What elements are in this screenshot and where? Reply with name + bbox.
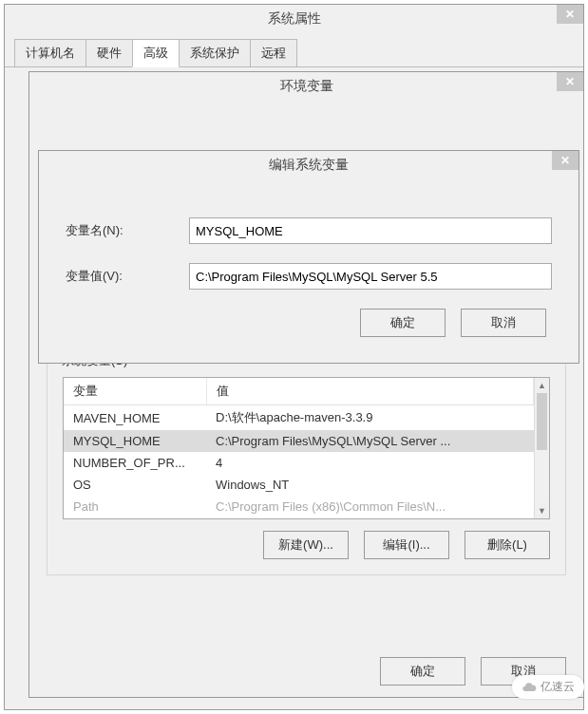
edit-ok-button[interactable]: 确定 <box>360 309 446 337</box>
close-icon[interactable] <box>552 151 579 170</box>
scroll-up-icon[interactable]: ▲ <box>535 378 549 393</box>
system-properties-tabs: 计算机名 硬件 高级 系统保护 远程 <box>5 33 583 67</box>
cell-value: D:\软件\apache-maven-3.3.9 <box>206 405 534 431</box>
scroll-down-icon[interactable]: ▼ <box>535 503 549 518</box>
table-row[interactable]: OSWindows_NT <box>64 474 534 496</box>
table-row[interactable]: MAVEN_HOMED:\软件\apache-maven-3.3.9 <box>64 405 534 431</box>
close-icon[interactable] <box>557 5 583 24</box>
system-variables-table: 变量 值 MAVEN_HOMED:\软件\apache-maven-3.3.9M… <box>63 377 550 519</box>
cell-value: C:\Program Files\MySQL\MySQL Server ... <box>206 430 534 452</box>
env-vars-titlebar: 环境变量 <box>29 72 583 101</box>
cell-name: MYSQL_HOME <box>64 430 206 452</box>
cell-value: C:\Program Files (x86)\Common Files\N... <box>206 496 534 517</box>
cell-name: NUMBER_OF_PR... <box>64 452 206 474</box>
edit-button[interactable]: 编辑(I)... <box>364 531 449 559</box>
column-value[interactable]: 值 <box>206 378 534 405</box>
tab-remote[interactable]: 远程 <box>250 39 297 66</box>
edit-system-variable-window: 编辑系统变量 变量名(N): 变量值(V): 确定 取消 <box>38 150 579 364</box>
table-row[interactable]: NUMBER_OF_PR...4 <box>64 452 534 474</box>
watermark: 亿速云 <box>512 675 584 699</box>
cell-value: 4 <box>206 452 534 474</box>
variable-value-label: 变量值(V): <box>66 268 189 285</box>
tab-system-protection[interactable]: 系统保护 <box>179 39 251 66</box>
cell-name: OS <box>64 474 206 496</box>
cell-name: MAVEN_HOME <box>64 405 206 431</box>
cloud-icon <box>522 680 537 695</box>
variable-value-input[interactable] <box>189 263 552 290</box>
column-name[interactable]: 变量 <box>64 378 206 405</box>
system-properties-title: 系统属性 <box>12 10 576 28</box>
env-ok-button[interactable]: 确定 <box>380 657 465 686</box>
edit-cancel-button[interactable]: 取消 <box>461 309 546 337</box>
delete-button[interactable]: 删除(L) <box>465 531 550 559</box>
scroll-thumb[interactable] <box>537 393 547 450</box>
edit-var-title: 编辑系统变量 <box>47 157 571 174</box>
system-properties-titlebar: 系统属性 <box>5 5 583 33</box>
system-variables-group: 系统变量(S) 变量 值 MAVEN_HOMED:\软件\apache-mave… <box>47 361 566 575</box>
cell-value: Windows_NT <box>206 474 534 496</box>
new-button[interactable]: 新建(W)... <box>263 531 349 559</box>
edit-var-body: 变量名(N): 变量值(V): 确定 取消 <box>39 179 579 363</box>
tab-computer-name[interactable]: 计算机名 <box>14 39 86 66</box>
table-row[interactable]: MYSQL_HOMEC:\Program Files\MySQL\MySQL S… <box>64 430 534 452</box>
variable-name-label: 变量名(N): <box>66 222 189 239</box>
watermark-text: 亿速云 <box>541 679 575 695</box>
close-icon[interactable] <box>557 72 583 91</box>
scrollbar[interactable]: ▲ ▼ <box>534 378 549 518</box>
edit-var-titlebar: 编辑系统变量 <box>39 151 579 179</box>
tab-hardware[interactable]: 硬件 <box>85 39 133 66</box>
variable-name-input[interactable] <box>189 217 552 244</box>
cell-name: Path <box>64 496 206 517</box>
table-row[interactable]: PathC:\Program Files (x86)\Common Files\… <box>64 496 534 517</box>
scroll-track[interactable] <box>535 393 549 503</box>
tab-advanced[interactable]: 高级 <box>132 39 180 67</box>
env-vars-title: 环境变量 <box>37 78 576 95</box>
